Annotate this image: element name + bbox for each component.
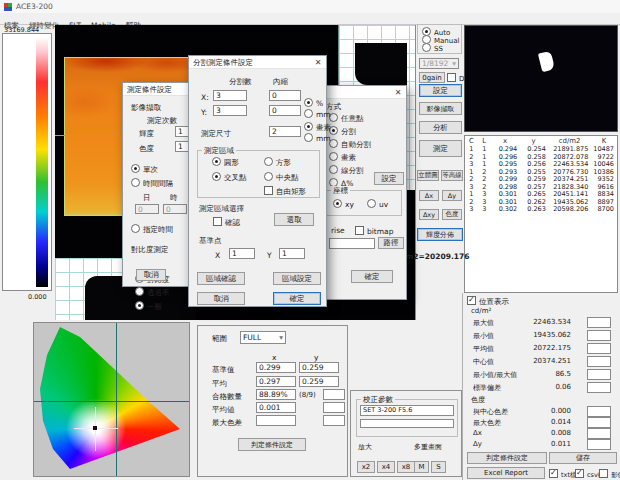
xy-radio[interactable]: xy <box>333 199 354 209</box>
radio-single <box>131 164 140 173</box>
stat-label: 最小值/最大值 <box>473 370 517 380</box>
method-option[interactable]: 分割 <box>329 126 356 136</box>
delta-x-button[interactable]: Δx <box>419 190 439 201</box>
cancel-button[interactable]: 取消 <box>197 292 245 305</box>
table-cell: 8700 <box>591 206 617 214</box>
app-icon <box>4 3 12 11</box>
excel-report-button[interactable]: Excel Report <box>467 467 545 479</box>
colorbar-gradient[interactable] <box>36 37 48 287</box>
ref-y-field[interactable]: 1 <box>279 248 305 259</box>
contour-button[interactable]: 等高線 <box>441 170 463 181</box>
method-set-button[interactable]: 設定 <box>374 172 404 185</box>
txt-checkbox-box <box>549 469 558 478</box>
ref-x-field[interactable]: 0.299 <box>256 362 296 373</box>
mm-radio[interactable]: mm <box>304 109 331 119</box>
dialog-title-bar[interactable]: 分割測定條件設定✕ <box>189 56 326 69</box>
pick-button[interactable]: 選取 <box>274 213 314 226</box>
y-inset-field[interactable]: 0 <box>269 105 301 116</box>
close-icon[interactable]: ✕ <box>310 56 326 69</box>
method-option[interactable]: 畫素 <box>329 152 356 162</box>
ref-x-field[interactable]: 1 <box>229 248 255 259</box>
solid-view-button[interactable]: 立體圖 <box>417 170 439 181</box>
zoom-button[interactable]: x4 <box>377 461 395 473</box>
cross-radio[interactable]: 交叉點 <box>212 172 247 182</box>
calibration-preset-field[interactable]: SET 3-200 F5.6 <box>360 405 454 416</box>
single-radio[interactable]: 單次 <box>131 164 158 174</box>
interval-radio[interactable]: 時間間隔 <box>131 178 173 188</box>
normal-radio[interactable]: 一般 <box>135 301 162 311</box>
pixel-radio[interactable]: 畫素 <box>304 122 331 132</box>
position-display-checkbox[interactable]: 位置表示 <box>467 296 509 306</box>
chroma-button[interactable]: 色度 <box>442 209 462 220</box>
rect-radio[interactable]: 方形 <box>264 157 291 167</box>
judge-setting-button[interactable]: 判定條件設定 <box>238 438 306 451</box>
radio-normal <box>135 301 144 310</box>
circle-radio[interactable]: 圓形 <box>212 157 239 167</box>
lum-distribution-button[interactable]: 輝度分佈 <box>417 228 463 241</box>
multi-screen-button[interactable]: S <box>431 461 446 473</box>
x-divisions-field[interactable]: 3 <box>213 90 247 101</box>
ref-y-field[interactable]: 0.259 <box>299 362 339 373</box>
exposure-mode[interactable]: SS <box>422 43 443 53</box>
method-option[interactable]: 任意點 <box>329 113 364 123</box>
path-button[interactable]: 路徑 <box>378 237 404 249</box>
thumbnail-view[interactable] <box>464 25 618 132</box>
delta-xy-button[interactable]: Δxy <box>419 209 439 220</box>
radio-trans <box>135 287 144 296</box>
uv-radio[interactable]: uv <box>367 199 388 209</box>
analyze-button[interactable]: 分析 <box>419 121 462 134</box>
zoom-button[interactable]: x2 <box>357 461 375 473</box>
table-cell: 3 <box>465 206 478 214</box>
bitmap-checkbox[interactable]: bitmap <box>355 226 393 236</box>
set-button[interactable]: 設定 <box>419 84 462 97</box>
judge-indicator <box>587 343 611 354</box>
ok-button[interactable]: 確定 <box>273 292 321 305</box>
maxdiff-label: 最大色差 <box>212 418 242 427</box>
size-mm-radio[interactable]: mm <box>304 133 331 143</box>
stat-value: 20374.251 <box>533 357 571 365</box>
delta-y-button[interactable]: Δy <box>442 190 462 201</box>
results-panel: 位置表示 cd/m² 最大值22463.534最小值19435.062平均值20… <box>462 293 620 480</box>
confirm-checkbox[interactable]: 確認 <box>213 217 240 227</box>
avg-x-field[interactable]: 0.297 <box>256 376 296 387</box>
method-ok-button[interactable]: 確定 <box>351 270 393 283</box>
avg-y-field[interactable]: 0.259 <box>299 376 339 387</box>
multi-screen-button[interactable]: M <box>414 461 429 473</box>
radio-percent <box>304 98 313 107</box>
size-field[interactable]: 2 <box>269 126 301 137</box>
measure-button[interactable]: 測定 <box>419 140 462 157</box>
judge-condition-button[interactable]: 判定條件設定 <box>467 452 547 464</box>
percent-radio[interactable]: % <box>304 98 323 108</box>
lum-label: 輝度 <box>139 129 154 138</box>
multi-buttons: MSD <box>414 454 461 480</box>
zero-gain-button[interactable]: 0gain <box>419 72 445 83</box>
range-select[interactable]: FULL▾ <box>240 331 286 344</box>
capture-button[interactable]: 影像擷取 <box>419 102 462 115</box>
day-field[interactable]: 0 <box>135 204 159 214</box>
radio-xy <box>333 199 342 208</box>
calibration-extra-field[interactable] <box>360 419 454 428</box>
path-field[interactable] <box>329 238 375 249</box>
area-confirm-button[interactable]: 區域確認 <box>197 272 245 285</box>
txt-checkbox[interactable]: txt檔 <box>549 469 576 480</box>
cancel-button[interactable]: 取消 <box>136 269 166 281</box>
table-row[interactable]: 330.3020.26320598.2068700 <box>465 206 617 214</box>
hour-field[interactable]: 0 <box>163 204 187 214</box>
free-rect-checkbox[interactable]: 自由矩形 <box>264 186 306 196</box>
x-inset-field[interactable]: 0 <box>269 90 301 101</box>
y-divisions-field[interactable]: 3 <box>213 105 247 116</box>
image-checkbox-box <box>599 469 608 478</box>
table-cell: 20598.206 <box>548 206 591 214</box>
data-table[interactable]: CLxycd/m2K110.2940.25421891.87510487210.… <box>464 135 618 293</box>
trans-radio[interactable]: 透過率 <box>135 287 170 297</box>
cie-panel[interactable] <box>33 322 190 477</box>
spec-time-radio[interactable]: 指定時間 <box>131 224 173 234</box>
save-button[interactable]: 儲存 <box>549 452 617 464</box>
method-option[interactable]: 自動分割 <box>329 139 371 149</box>
method-option-label: 線分割 <box>341 166 364 175</box>
center-radio[interactable]: 中央點 <box>264 172 299 182</box>
zoom-button[interactable]: x8 <box>397 461 415 473</box>
image-checkbox[interactable]: 影像檔 <box>599 469 620 480</box>
method-option[interactable]: 線分割 <box>329 165 364 175</box>
area-set-button[interactable]: 區域設定 <box>273 272 321 285</box>
